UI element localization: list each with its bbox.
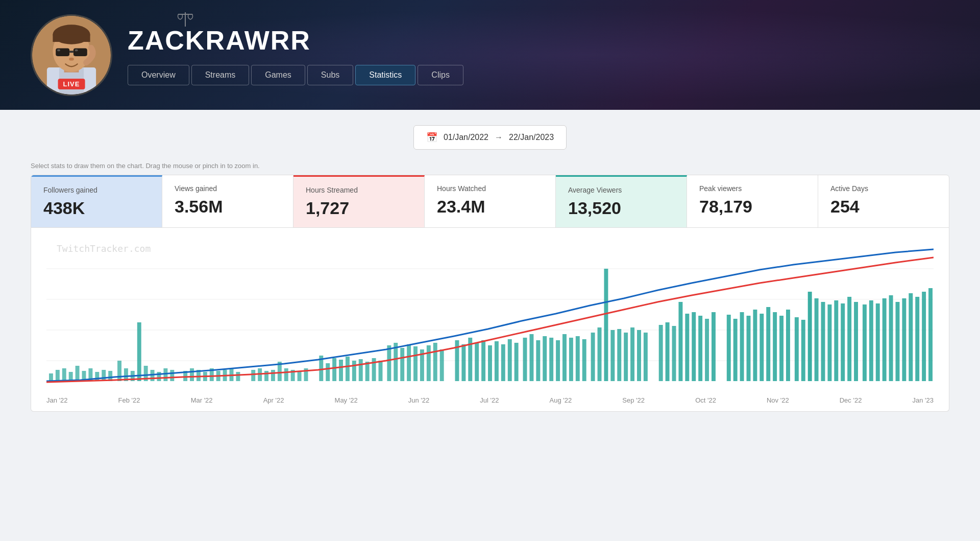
avatar[interactable]: LIVE (31, 14, 112, 96)
svg-rect-72 (427, 345, 431, 381)
svg-rect-81 (495, 341, 499, 381)
stat-label-peak-viewers: Peak viewers (699, 184, 805, 193)
svg-rect-137 (889, 295, 893, 381)
tab-statistics[interactable]: Statistics (355, 65, 415, 85)
svg-rect-132 (854, 302, 858, 381)
stat-value-followers: 438K (43, 198, 150, 218)
stats-hint: Select stats to draw them on the chart. … (31, 162, 949, 170)
svg-rect-92 (569, 338, 573, 381)
svg-rect-37 (170, 370, 174, 381)
stat-card-active-days[interactable]: Active Days 254 (818, 175, 949, 227)
header-info: ZACKRAWRR Overview Streams Games Subs St… (128, 25, 463, 85)
svg-point-12 (69, 57, 74, 60)
svg-rect-26 (95, 372, 99, 381)
stat-value-avg-viewers: 13,520 (568, 198, 674, 218)
svg-rect-85 (523, 338, 527, 381)
svg-rect-140 (909, 293, 913, 381)
svg-rect-88 (543, 336, 547, 381)
stat-label-hours-watched: Hours Watched (437, 184, 543, 193)
svg-rect-36 (163, 368, 167, 381)
svg-rect-10 (57, 49, 60, 51)
stat-card-avg-viewers[interactable]: Average Viewers 13,520 (556, 175, 687, 227)
tab-clips[interactable]: Clips (418, 65, 463, 85)
svg-rect-129 (834, 300, 838, 381)
svg-rect-73 (433, 343, 437, 381)
svg-rect-39 (190, 368, 194, 381)
svg-rect-95 (591, 333, 595, 381)
svg-rect-98 (610, 330, 615, 381)
svg-rect-94 (582, 339, 586, 381)
x-label-jan22: Jan '22 (46, 396, 68, 404)
svg-rect-29 (117, 361, 121, 381)
svg-rect-135 (876, 303, 880, 381)
svg-rect-101 (630, 327, 634, 381)
stat-value-hours-streamed: 1,727 (306, 198, 412, 218)
svg-rect-23 (76, 366, 80, 381)
svg-rect-111 (705, 319, 709, 381)
svg-rect-121 (779, 316, 783, 381)
svg-rect-84 (514, 343, 519, 381)
svg-rect-89 (549, 338, 553, 381)
stat-value-active-days: 254 (830, 197, 937, 217)
svg-rect-113 (727, 315, 731, 381)
svg-rect-105 (666, 322, 670, 381)
svg-rect-136 (883, 298, 887, 381)
main-chart[interactable] (46, 238, 934, 391)
svg-rect-79 (481, 340, 485, 381)
stat-card-peak-viewers[interactable]: Peak viewers 78,179 (687, 175, 818, 227)
svg-rect-54 (298, 372, 302, 381)
tab-games[interactable]: Games (251, 65, 305, 85)
svg-rect-114 (733, 319, 738, 381)
svg-rect-66 (387, 345, 391, 381)
svg-rect-138 (896, 302, 900, 381)
x-label-jan23: Jan '23 (912, 396, 934, 404)
tab-streams[interactable]: Streams (191, 65, 250, 85)
svg-rect-115 (740, 312, 744, 381)
svg-rect-128 (827, 304, 831, 381)
svg-rect-110 (698, 316, 702, 381)
svg-rect-78 (475, 343, 479, 381)
svg-rect-133 (863, 304, 867, 381)
stat-card-hours-watched[interactable]: Hours Watched 23.4M (425, 175, 556, 227)
svg-rect-65 (379, 361, 383, 381)
svg-rect-139 (902, 298, 906, 381)
svg-rect-59 (339, 360, 343, 381)
svg-rect-116 (747, 316, 751, 381)
date-arrow: → (495, 133, 503, 142)
live-badge: LIVE (58, 79, 85, 89)
x-label-oct22: Oct '22 (695, 396, 716, 404)
svg-rect-99 (617, 329, 621, 381)
svg-rect-125 (808, 292, 812, 381)
svg-rect-142 (922, 292, 926, 381)
svg-rect-123 (795, 317, 799, 381)
tab-subs[interactable]: Subs (307, 65, 353, 85)
svg-rect-46 (236, 372, 240, 381)
chart-area: TwitchTracker.com (31, 228, 949, 412)
svg-rect-124 (801, 320, 805, 381)
stat-card-hours-streamed[interactable]: Hours Streamed 1,727 (293, 175, 425, 227)
date-range-picker[interactable]: 📅 01/Jan/2022 → 22/Jan/2023 (413, 125, 567, 150)
svg-rect-118 (760, 314, 764, 381)
stat-card-followers[interactable]: Followers gained 438K (31, 175, 162, 227)
streamer-name: ZACKRAWRR (128, 25, 463, 56)
date-end: 22/Jan/2023 (509, 133, 554, 142)
svg-rect-112 (712, 312, 716, 381)
x-label-feb22: Feb '22 (118, 396, 140, 404)
svg-rect-60 (346, 357, 350, 381)
stat-card-views[interactable]: Views gained 3.56M (162, 175, 293, 227)
svg-rect-6 (53, 34, 90, 41)
svg-rect-130 (841, 303, 845, 381)
tab-overview[interactable]: Overview (128, 65, 189, 85)
stat-value-peak-viewers: 78,179 (699, 197, 805, 217)
stat-label-hours-streamed: Hours Streamed (306, 186, 412, 194)
stat-label-followers: Followers gained (43, 186, 150, 194)
svg-rect-122 (786, 310, 790, 381)
svg-rect-100 (624, 333, 628, 381)
svg-rect-131 (847, 297, 851, 381)
svg-rect-20 (56, 370, 60, 381)
svg-rect-69 (407, 344, 411, 381)
stat-value-views: 3.56M (175, 197, 281, 217)
date-range-wrap: 📅 01/Jan/2022 → 22/Jan/2023 (31, 125, 949, 150)
chart-x-labels: Jan '22 Feb '22 Mar '22 Apr '22 May '22 … (46, 393, 934, 404)
x-label-jul22: Jul '22 (480, 396, 499, 404)
